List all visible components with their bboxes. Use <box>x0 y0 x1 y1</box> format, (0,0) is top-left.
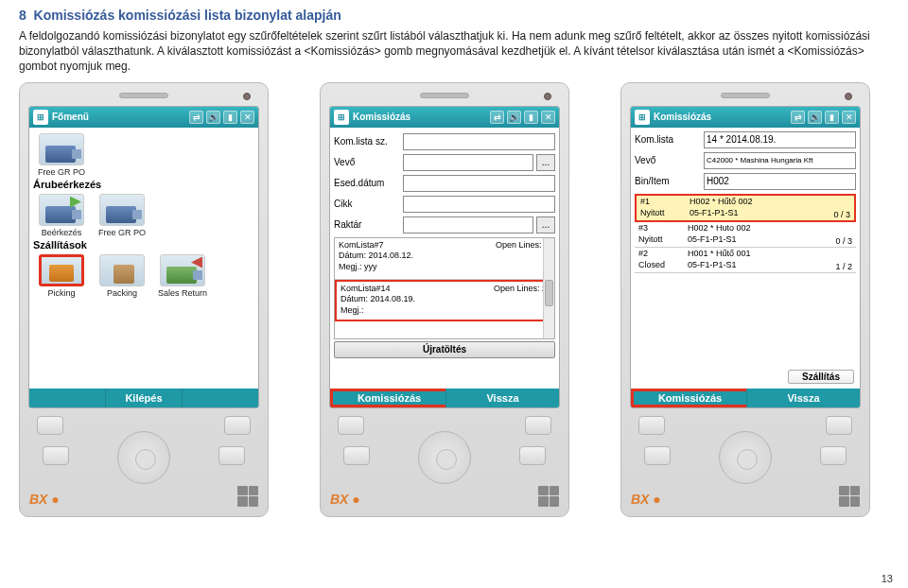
status-icons: ⇄ 🔊 ▮ ✕ <box>791 111 856 124</box>
bottom-bar: Komissiózás Vissza <box>631 389 860 407</box>
hw-button[interactable] <box>525 416 551 435</box>
status-icons: ⇄ 🔊 ▮ ✕ <box>189 111 254 124</box>
mainmenu-content: Free GR PO Árubeérkezés Beérkezés Free G… <box>29 128 258 389</box>
battery-icon: ▮ <box>524 111 538 124</box>
volume-icon: 🔊 <box>206 111 220 124</box>
hw-dpad[interactable] <box>719 431 772 484</box>
row-no: #3 <box>638 223 678 233</box>
exit-button[interactable]: Kilépés <box>106 389 183 407</box>
hw-button[interactable] <box>343 446 370 465</box>
row-item: H002 * Hűtő 002 <box>690 197 850 206</box>
device-speaker <box>420 93 469 98</box>
input-vevo[interactable] <box>403 154 533 171</box>
hw-button[interactable] <box>37 416 63 435</box>
hw-button[interactable] <box>519 446 546 465</box>
row-ratio: 0 / 3 <box>833 210 850 219</box>
lbl-eseddatum: Esed.dátum <box>334 178 400 188</box>
hw-button[interactable] <box>820 446 847 465</box>
device-speaker <box>119 93 168 98</box>
li-date: Dátum: 2014.08.19. <box>340 294 415 303</box>
input-cikk[interactable] <box>403 196 555 213</box>
hw-button[interactable] <box>644 446 671 465</box>
back-button[interactable]: Vissza <box>747 389 860 407</box>
item-row[interactable]: #3H002 * Huto 002 Nyitott05-F1-P1-S1 0 /… <box>635 222 856 248</box>
bottom-empty-r <box>183 389 258 407</box>
app-label: Free GR PO <box>38 167 85 177</box>
input-komlista[interactable] <box>704 131 856 148</box>
komlista-list[interactable]: KomLista#7Open Lines: 1 Dátum: 2014.08.1… <box>334 237 555 339</box>
close-icon[interactable]: ✕ <box>240 111 254 124</box>
input-komlistasz[interactable] <box>403 133 555 150</box>
input-vevo[interactable] <box>704 152 856 169</box>
status-icons: ⇄ 🔊 ▮ ✕ <box>490 111 555 124</box>
lbl-raktar: Raktár <box>334 219 400 230</box>
li-date: Dátum: 2014.08.12. <box>339 251 413 260</box>
close-icon[interactable]: ✕ <box>842 111 856 124</box>
hw-dpad[interactable] <box>117 431 170 484</box>
titlebar: ⊞ Komissiózás ⇄ 🔊 ▮ ✕ <box>631 107 860 128</box>
device-camera <box>544 93 551 100</box>
hw-button[interactable] <box>218 446 245 465</box>
window-title: Komissiózás <box>654 112 787 122</box>
volume-icon: 🔊 <box>808 111 822 124</box>
hw-dpad[interactable] <box>418 431 471 484</box>
app-packing[interactable]: Packing <box>94 252 150 298</box>
app-free-gr-po-top[interactable]: Free GR PO <box>33 131 90 177</box>
hw-button[interactable] <box>43 446 69 465</box>
scroll-thumb[interactable] <box>545 280 553 306</box>
list-item-selected[interactable]: KomLista#14Open Lines: 2 Dátum: 2014.08.… <box>335 280 554 321</box>
szallitas-button[interactable]: Szállítás <box>788 370 854 384</box>
komissiozas-button[interactable]: Komissiózás <box>330 389 446 407</box>
input-raktar[interactable] <box>403 216 533 233</box>
back-button[interactable]: Vissza <box>446 389 559 407</box>
win-start-icon[interactable]: ⊞ <box>635 110 650 125</box>
row-ratio: 1 / 2 <box>835 262 852 271</box>
hw-button[interactable] <box>826 416 852 435</box>
scrollbar[interactable] <box>543 238 554 338</box>
input-eseddatum[interactable] <box>403 175 555 192</box>
hw-button[interactable] <box>224 416 251 435</box>
row-item: H001 * Hűtő 001 <box>688 249 852 258</box>
lbl-komlista: Kom.lista <box>635 134 701 145</box>
app-beerkezes[interactable]: Beérkezés <box>33 192 90 237</box>
list-item[interactable]: KomLista#7Open Lines: 1 Dátum: 2014.08.1… <box>335 238 554 280</box>
device-komissiozas-detail: ⊞ Komissiózás ⇄ 🔊 ▮ ✕ Kom.lista Vevő Bin… <box>620 82 870 517</box>
detail-content: Kom.lista Vevő Bin/Item #1H002 * Hűtő 00… <box>631 128 860 389</box>
lookup-raktar[interactable]: ... <box>536 216 555 233</box>
windows-logo <box>538 486 559 507</box>
hw-button[interactable] <box>338 416 364 435</box>
battery-icon: ▮ <box>223 111 237 124</box>
bottom-bar: Kilépés <box>29 389 258 407</box>
app-label: Free GR PO <box>98 228 146 237</box>
bx-logo: BX ● <box>330 492 360 507</box>
row-bin: 05-F1-P1-S1 <box>688 260 852 269</box>
li-title: KomLista#14 <box>340 284 391 293</box>
win-start-icon[interactable]: ⊞ <box>334 110 349 125</box>
item-row-selected[interactable]: #1H002 * Hűtő 002 Nyitott05-F1-P1-S1 0 /… <box>635 194 856 222</box>
app-sales-return[interactable]: Sales Return <box>154 252 211 298</box>
reload-button[interactable]: Újratöltés <box>334 341 555 358</box>
device-camera <box>243 93 251 100</box>
app-picking[interactable]: Picking <box>33 252 90 298</box>
win-start-icon[interactable]: ⊞ <box>33 110 48 125</box>
close-icon[interactable]: ✕ <box>541 111 555 124</box>
device-mainmenu: ⊞ Főmenü ⇄ 🔊 ▮ ✕ Free GR PO Árubeérkezés… <box>19 82 269 517</box>
hw-button[interactable] <box>638 416 665 435</box>
row-item: H002 * Huto 002 <box>688 223 852 233</box>
bx-logo: BX ● <box>29 492 60 507</box>
lookup-vevo[interactable]: ... <box>536 154 555 171</box>
section-number: 8 <box>19 8 26 23</box>
window-title: Főmenü <box>52 112 185 122</box>
volume-icon: 🔊 <box>507 111 521 124</box>
windows-logo <box>839 486 860 507</box>
app-free-gr-po[interactable]: Free GR PO <box>94 192 150 237</box>
komissiozas-button[interactable]: Komissiózás <box>631 389 747 407</box>
signal-icon: ⇄ <box>490 111 504 124</box>
lbl-cikk: Cikk <box>334 199 400 209</box>
input-binitem[interactable] <box>704 173 856 190</box>
li-openlines: Open Lines: 2 <box>494 284 547 295</box>
row-status: Closed <box>638 260 678 269</box>
bottom-bar: Komissiózás Vissza <box>330 389 559 407</box>
device-camera <box>845 93 852 100</box>
item-row[interactable]: #2H001 * Hűtő 001 Closed05-F1-P1-S1 1 / … <box>635 248 856 273</box>
